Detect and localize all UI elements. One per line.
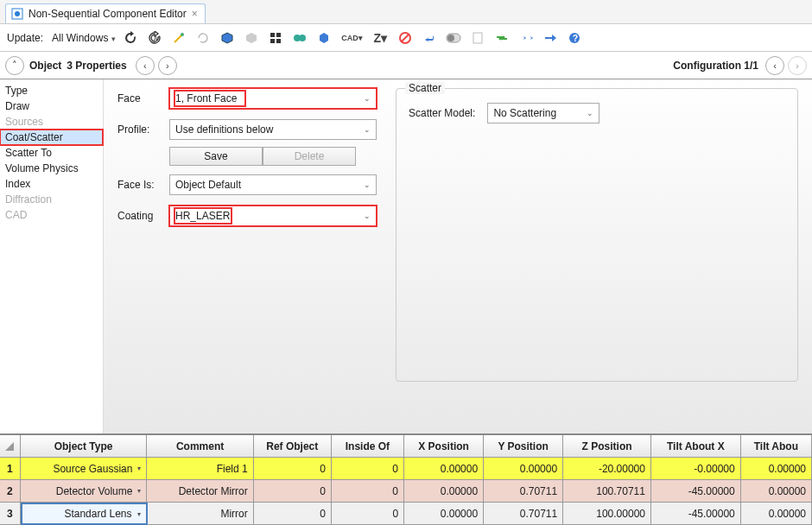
corner-cell[interactable] xyxy=(0,435,21,458)
category-sidebar: TypeDrawSourcesCoat/ScatterScatter ToVol… xyxy=(0,79,104,433)
column-header[interactable]: Comment xyxy=(147,435,253,458)
row-index[interactable]: 2 xyxy=(0,480,21,503)
table-cell[interactable]: 0.70711 xyxy=(484,503,563,525)
profile-select[interactable]: Use definitions below ⌄ xyxy=(169,119,377,140)
column-header[interactable]: Z Position xyxy=(563,435,651,458)
svg-point-10 xyxy=(299,35,306,41)
sidebar-item-coat-scatter[interactable]: Coat/Scatter xyxy=(0,130,103,145)
column-header[interactable]: Inside Of xyxy=(332,435,404,458)
table-cell[interactable]: 0.00000 xyxy=(741,480,812,503)
arrow-right-icon[interactable] xyxy=(541,28,560,47)
help-icon[interactable]: ? xyxy=(565,28,584,47)
editor-icon xyxy=(11,8,23,20)
table-cell[interactable]: 0.70711 xyxy=(484,480,563,503)
sidebar-item-sources[interactable]: Sources xyxy=(0,114,103,130)
faceis-select[interactable]: Object Default ⌄ xyxy=(169,174,377,195)
close-icon[interactable]: × xyxy=(192,8,198,20)
table-cell[interactable]: 0 xyxy=(254,480,332,503)
table-cell[interactable]: Detector Mirror xyxy=(147,480,253,503)
table-cell[interactable]: 0.00000 xyxy=(404,480,484,503)
sidebar-item-index[interactable]: Index xyxy=(0,176,103,192)
chevron-down-icon: ⌄ xyxy=(587,109,593,117)
table-cell[interactable]: -0.00000 xyxy=(651,458,741,480)
grid-icon[interactable] xyxy=(266,28,285,47)
prev-config-button[interactable]: ‹ xyxy=(765,56,784,75)
column-header[interactable]: Tilt Abou xyxy=(741,435,812,458)
face-select[interactable]: 1, Front Face ⌄ xyxy=(169,88,377,109)
save-button[interactable]: Save xyxy=(169,147,263,166)
update-dropdown[interactable]: All Windows xyxy=(52,32,116,44)
cad-menu[interactable]: CAD▾ xyxy=(339,28,365,47)
svg-point-14 xyxy=(447,35,454,41)
cube-dim-icon[interactable] xyxy=(242,28,261,47)
refresh-icon[interactable] xyxy=(121,28,140,47)
collapse-button[interactable]: ˄ xyxy=(5,56,24,75)
auto-refresh-icon[interactable]: A xyxy=(145,28,164,47)
double-arrow-icon[interactable] xyxy=(517,28,536,47)
table-cell[interactable]: Mirror xyxy=(148,503,254,525)
scatter-model-select[interactable]: No Scattering ⌄ xyxy=(487,103,599,123)
table-cell[interactable]: 0.00000 xyxy=(741,503,812,525)
prev-object-button[interactable]: ‹ xyxy=(136,56,155,75)
table-cell[interactable]: 100.00000 xyxy=(563,503,651,525)
tab-title: Non-Sequential Component Editor xyxy=(29,8,187,20)
svg-text:?: ? xyxy=(573,34,578,43)
rotate-icon[interactable] xyxy=(193,28,213,47)
next-config-button[interactable]: › xyxy=(788,56,807,75)
delete-button[interactable]: Delete xyxy=(263,147,356,166)
table-cell[interactable]: 0 xyxy=(332,458,404,480)
svg-point-4 xyxy=(181,33,184,36)
table-cell[interactable]: 0 xyxy=(332,480,404,503)
table-header: Object TypeCommentRef ObjectInside OfX P… xyxy=(0,435,812,458)
table-row: 1Source Gaussian▾Field 1000.000000.00000… xyxy=(0,458,812,480)
table-cell[interactable]: 0 xyxy=(332,503,404,525)
row-index[interactable]: 3 xyxy=(0,503,21,525)
chevron-down-icon: ⌄ xyxy=(364,180,371,189)
table-cell[interactable]: -20.00000 xyxy=(563,458,651,480)
table-cell[interactable]: Detector Volume▾ xyxy=(21,480,148,503)
table-cell[interactable]: Source Gaussian▾ xyxy=(21,458,148,480)
z-menu[interactable]: Z▾ xyxy=(370,28,390,47)
table-cell[interactable]: Field 1 xyxy=(147,458,253,480)
column-header[interactable]: Object Type xyxy=(21,435,148,458)
column-header[interactable]: Y Position xyxy=(484,435,563,458)
sidebar-item-cad[interactable]: CAD xyxy=(0,207,103,223)
table-cell[interactable]: Standard Lens▾ xyxy=(21,503,148,525)
table-cell[interactable]: 0.00000 xyxy=(741,458,812,480)
sidebar-item-draw[interactable]: Draw xyxy=(0,98,103,114)
arrow-back-icon[interactable] xyxy=(420,28,439,47)
hex-icon[interactable] xyxy=(314,28,333,47)
table-cell[interactable]: 0.00000 xyxy=(404,503,484,525)
stop-icon[interactable] xyxy=(396,28,415,47)
table-cell[interactable]: 0.00000 xyxy=(484,458,563,480)
column-header[interactable]: Tilt About X xyxy=(651,435,741,458)
svg-rect-5 xyxy=(270,33,275,37)
tab-bar: Non-Sequential Component Editor × xyxy=(0,0,812,24)
sidebar-item-volume-physics[interactable]: Volume Physics xyxy=(0,161,103,176)
face-value: 1, Front Face xyxy=(175,92,237,104)
swap-icon[interactable] xyxy=(492,28,511,47)
tab-nsc-editor[interactable]: Non-Sequential Component Editor × xyxy=(5,3,206,23)
table-cell[interactable]: 0.00000 xyxy=(404,458,484,480)
next-object-button[interactable]: › xyxy=(158,56,177,75)
faceis-value: Object Default xyxy=(175,179,241,191)
sidebar-item-scatter-to[interactable]: Scatter To xyxy=(0,145,103,161)
table-cell[interactable]: 0 xyxy=(254,458,332,480)
table-cell[interactable]: 0 xyxy=(254,503,332,525)
coating-select[interactable]: HR_LASER ⌄ xyxy=(169,206,377,226)
overlap-icon[interactable] xyxy=(290,28,309,47)
toggle-icon[interactable] xyxy=(444,28,463,47)
table-cell[interactable]: 100.70711 xyxy=(563,480,651,503)
object-table: Object TypeCommentRef ObjectInside OfX P… xyxy=(0,435,812,525)
table-cell[interactable]: -45.00000 xyxy=(651,503,741,525)
row-index[interactable]: 1 xyxy=(0,458,21,480)
wand-icon[interactable] xyxy=(169,28,188,47)
sidebar-item-type[interactable]: Type xyxy=(0,83,103,98)
sidebar-item-diffraction[interactable]: Diffraction xyxy=(0,192,103,207)
cube-icon[interactable] xyxy=(218,28,237,47)
column-header[interactable]: Ref Object xyxy=(254,435,332,458)
column-header[interactable]: X Position xyxy=(404,435,484,458)
page-icon[interactable] xyxy=(468,28,487,47)
table-cell[interactable]: -45.00000 xyxy=(651,480,741,503)
toolbar: Update: All Windows A CAD▾ Z▾ ? xyxy=(0,24,812,52)
